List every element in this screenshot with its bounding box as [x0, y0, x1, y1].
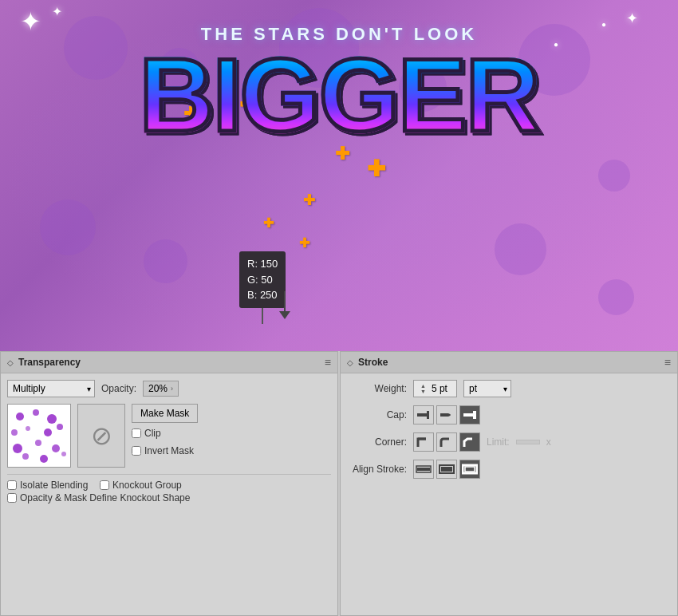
- collapse-icon[interactable]: ◇: [7, 358, 14, 367]
- weight-unit-select[interactable]: pt px mm: [463, 380, 511, 397]
- svg-point-1: [16, 413, 24, 421]
- cap-row: Cap:: [347, 405, 671, 424]
- svg-rect-14: [417, 413, 427, 417]
- knockout-group-label: Knockout Group: [112, 480, 182, 491]
- align-outside-icon: [462, 462, 478, 476]
- weight-spinner[interactable]: ▲ ▼: [420, 383, 426, 394]
- tooltip-g: G: 50: [247, 272, 278, 288]
- weight-value: 5 pt: [432, 383, 447, 394]
- spinner-down[interactable]: ▼: [420, 389, 426, 394]
- svg-rect-16: [440, 413, 448, 417]
- corner-bevel-button[interactable]: [459, 432, 480, 452]
- game-icon: ✚: [299, 235, 309, 251]
- corner-miter-icon: [416, 435, 432, 449]
- align-inside-icon: [439, 462, 455, 476]
- isolate-knockout-row: Isolate Blending Knockout Group: [7, 480, 331, 491]
- bg-bubble: [598, 279, 634, 315]
- canvas-area: ✦ ✦ ✦ ● ● ✚ ✚ ✚ ✚ ✚ ✚ ✚ ✚ THE STARS DON'…: [0, 0, 678, 351]
- arrow-head: [279, 311, 290, 319]
- svg-rect-22: [441, 467, 452, 472]
- thumbnail-row: ⊘ Make Mask Clip Invert Mask: [7, 404, 331, 468]
- svg-point-13: [40, 455, 48, 463]
- main-graffiti-text: BIGGER: [0, 49, 678, 142]
- tooltip-arrow: [279, 291, 290, 319]
- corner-round-button[interactable]: [436, 432, 457, 452]
- cap-butt-button[interactable]: [413, 405, 434, 424]
- opacity-value: 20%: [148, 383, 168, 394]
- corner-round-icon: [439, 435, 455, 449]
- weight-label: Weight:: [347, 383, 407, 394]
- svg-point-2: [33, 409, 39, 416]
- opacity-mask-checkbox[interactable]: [7, 493, 17, 503]
- bottom-checkboxes: Isolate Blending Knockout Group Opacity …: [7, 474, 331, 503]
- isolate-blending-label: Isolate Blending: [20, 480, 88, 491]
- clip-checkbox[interactable]: [132, 428, 141, 438]
- align-outside-button[interactable]: [459, 460, 480, 479]
- svg-point-11: [61, 452, 66, 456]
- invert-mask-checkbox[interactable]: [132, 446, 141, 456]
- opacity-mask-label: Opacity & Mask Define Knockout Shape: [20, 492, 190, 503]
- align-stroke-row: Align Stroke:: [347, 460, 671, 479]
- bg-bubble: [144, 239, 187, 283]
- stroke-panel-title: Stroke: [358, 357, 388, 368]
- weight-row: Weight: ▲ ▼ 5 pt pt px mm: [347, 380, 671, 397]
- bg-bubble: [598, 160, 630, 192]
- svg-point-8: [13, 444, 22, 453]
- stroke-menu-icon[interactable]: ≡: [664, 356, 671, 369]
- cap-square-button[interactable]: [459, 405, 480, 424]
- game-icon: ✚: [263, 215, 274, 231]
- clip-label: Clip: [144, 428, 161, 439]
- opacity-value-box[interactable]: 20% ›: [143, 381, 179, 397]
- svg-point-5: [26, 426, 30, 431]
- cap-round-button[interactable]: [436, 405, 457, 424]
- invert-mask-label: Invert Mask: [144, 445, 194, 456]
- svg-point-9: [35, 440, 41, 446]
- make-mask-button[interactable]: Make Mask: [132, 404, 198, 423]
- isolate-blending-checkbox[interactable]: [7, 480, 17, 490]
- corner-bevel-icon: [462, 435, 478, 449]
- bg-bubble: [40, 199, 96, 255]
- svg-point-4: [11, 429, 18, 436]
- thumbnail-content: [8, 405, 70, 467]
- stroke-collapse-icon[interactable]: ◇: [347, 358, 353, 367]
- corner-row: Corner:: [347, 432, 671, 452]
- limit-label: Limit:: [487, 436, 510, 448]
- svg-point-3: [47, 414, 57, 424]
- align-center-icon: [416, 462, 432, 476]
- bg-bubble: [495, 223, 546, 275]
- align-center-button[interactable]: [413, 460, 434, 479]
- transparency-menu-icon[interactable]: ≡: [325, 356, 331, 369]
- stroke-title-group: ◇ Stroke: [347, 357, 388, 368]
- invert-mask-row: Invert Mask: [132, 445, 198, 456]
- layer-thumbnail: [7, 404, 71, 468]
- svg-point-10: [52, 444, 60, 452]
- knockout-group-checkbox[interactable]: [100, 480, 109, 490]
- tooltip-b: B: 250: [247, 287, 278, 303]
- spinner-up[interactable]: ▲: [420, 383, 426, 389]
- cap-round-icon: [439, 408, 455, 422]
- weight-value-box[interactable]: ▲ ▼ 5 pt: [413, 380, 457, 397]
- blend-mode-select[interactable]: Multiply Normal Screen Overlay: [7, 380, 95, 397]
- transparency-panel: ◇ Transparency ≡ Multiply Normal Screen …: [0, 351, 338, 616]
- no-mask-box: ⊘: [77, 404, 125, 468]
- clip-row: Clip: [132, 428, 198, 439]
- blend-opacity-row: Multiply Normal Screen Overlay Opacity: …: [7, 380, 331, 397]
- star-decoration: ✦: [52, 4, 62, 19]
- align-stroke-btn-group: [413, 460, 480, 479]
- blend-mode-wrapper[interactable]: Multiply Normal Screen Overlay: [7, 380, 95, 397]
- game-icon: ✚: [367, 156, 385, 182]
- cap-square-icon: [462, 408, 478, 422]
- align-inside-button[interactable]: [436, 460, 457, 479]
- weight-unit-wrapper[interactable]: pt px mm: [463, 380, 511, 397]
- stroke-panel: ◇ Stroke ≡ Weight: ▲ ▼ 5 pt pt: [340, 351, 678, 616]
- opacity-label: Opacity:: [101, 383, 136, 394]
- opacity-arrow-icon: ›: [171, 385, 173, 393]
- corner-miter-button[interactable]: [413, 432, 434, 452]
- opacity-mask-row: Opacity & Mask Define Knockout Shape: [7, 492, 331, 503]
- transparency-panel-body: Multiply Normal Screen Overlay Opacity: …: [1, 373, 337, 511]
- transparency-title-group: ◇ Transparency: [7, 357, 81, 368]
- stroke-panel-body: Weight: ▲ ▼ 5 pt pt px mm: [341, 373, 677, 493]
- transparency-panel-title: Transparency: [18, 357, 81, 368]
- limit-value-box[interactable]: [516, 440, 540, 444]
- svg-rect-17: [463, 413, 473, 417]
